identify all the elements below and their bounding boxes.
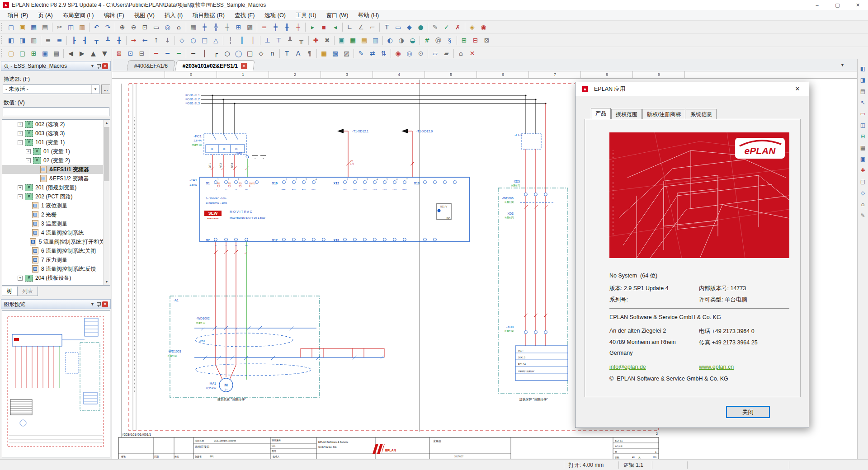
save-icon[interactable]: ▦: [28, 22, 39, 33]
panel-close-icon[interactable]: ✕: [102, 301, 108, 307]
terminal-pin[interactable]: [383, 181, 387, 184]
toolbar-icon[interactable]: ◉: [392, 48, 404, 59]
toolbar-icon[interactable]: ◨: [17, 35, 28, 46]
toolbar-icon[interactable]: ◇: [255, 48, 267, 59]
toolbar-icon[interactable]: ○: [188, 35, 199, 46]
toolbar-icon[interactable]: □: [199, 35, 210, 46]
menu-view[interactable]: 视图 (V): [129, 10, 160, 21]
scroll-up-icon[interactable]: ▲: [104, 120, 110, 126]
toolbar-icon[interactable]: ◨: [858, 74, 868, 85]
edit-icon[interactable]: ✎: [355, 48, 367, 59]
tree-item[interactable]: 2 光栅: [2, 210, 110, 219]
terminal-pin[interactable]: [453, 181, 457, 184]
tree-item[interactable]: -#101 (变量 1): [2, 138, 110, 147]
toolbar-icon[interactable]: ◧: [5, 35, 17, 46]
terminal-pin[interactable]: [292, 181, 296, 184]
menu-find[interactable]: 查找 (F): [230, 10, 259, 21]
toolbar-icon[interactable]: ✓: [441, 22, 452, 33]
toolbar-icon[interactable]: ▥: [370, 35, 381, 46]
terminal-pin[interactable]: [424, 181, 427, 184]
terminal-pin[interactable]: [443, 181, 447, 184]
tree-item[interactable]: -#02 (变量 2): [2, 156, 110, 165]
page-new-icon[interactable]: ▢: [5, 48, 17, 59]
toolbar-icon[interactable]: →: [128, 35, 139, 46]
pin-icon[interactable]: [96, 302, 100, 306]
toolbar-icon[interactable]: ⊟: [470, 35, 481, 46]
toolbar-icon[interactable]: ╫: [281, 22, 292, 33]
toolbar-icon[interactable]: ◧: [858, 63, 868, 74]
tree-item[interactable]: 4 流量阀控制系统: [2, 228, 110, 237]
menu-project[interactable]: 项目 (P): [3, 10, 33, 21]
terminal-pin[interactable]: [225, 238, 228, 241]
toolbar-icon[interactable]: ◐: [384, 35, 396, 46]
terminal-pin[interactable]: [403, 238, 406, 241]
next-page-icon[interactable]: ▶: [76, 48, 88, 59]
expand-icon[interactable]: +: [18, 122, 23, 127]
prev-page-icon[interactable]: ◀: [65, 48, 76, 59]
circle-tool-icon[interactable]: ○: [222, 48, 233, 59]
rect-tool-icon[interactable]: □: [244, 48, 255, 59]
expand-icon[interactable]: +: [18, 185, 23, 190]
menu-window[interactable]: 窗口 (W): [321, 10, 354, 21]
expand-icon[interactable]: +: [18, 131, 23, 136]
toolbar-icon[interactable]: ▢: [858, 176, 868, 187]
toolbar-icon[interactable]: ◆: [404, 22, 415, 33]
toolbar-icon[interactable]: ▱: [429, 48, 441, 59]
toolbar-icon[interactable]: ▩: [244, 22, 255, 33]
close-icon[interactable]: ✕: [848, 0, 868, 10]
toolbar-icon[interactable]: ▪: [318, 22, 330, 33]
close-button[interactable]: 关闭: [726, 406, 770, 418]
toolbar-icon[interactable]: ✎: [858, 210, 868, 221]
terminal-pin[interactable]: [403, 181, 406, 184]
terminal-pin[interactable]: [245, 181, 248, 184]
toolbar-icon[interactable]: ∩: [267, 48, 278, 59]
toolbar-icon[interactable]: ▤: [51, 48, 62, 59]
snap-icon[interactable]: ╬: [210, 22, 222, 33]
menu-project-data[interactable]: 项目数据 (R): [188, 10, 230, 21]
toolbar-icon[interactable]: ∠: [355, 22, 367, 33]
tab-list[interactable]: 列表: [17, 287, 38, 296]
redo-icon[interactable]: ↷: [102, 22, 113, 33]
menu-edit[interactable]: 编辑 (E): [99, 10, 129, 21]
toolbar-icon[interactable]: ⊞: [28, 48, 39, 59]
new-icon[interactable]: ▢: [5, 22, 17, 33]
toolbar-icon[interactable]: ▤: [359, 35, 370, 46]
tree-item[interactable]: +#201 (预规划变量): [2, 183, 110, 192]
expand-icon[interactable]: +: [18, 276, 23, 281]
terminal-pin[interactable]: [225, 181, 228, 184]
menu-insert[interactable]: 插入 (I): [160, 10, 188, 21]
toolbar-icon[interactable]: ⊙: [415, 48, 426, 59]
toolbar-icon[interactable]: @: [433, 35, 444, 46]
tree-item[interactable]: +#003 (选项 3): [2, 129, 110, 138]
website-link[interactable]: www.eplan.cn: [699, 364, 734, 370]
filter-dropdown[interactable]: - 未激活 - ▼: [3, 85, 99, 94]
toolbar-icon[interactable]: ◇: [858, 187, 868, 198]
toolbar-icon[interactable]: ═: [259, 22, 270, 33]
toolbar-icon[interactable]: ╪: [270, 22, 281, 33]
copy-icon[interactable]: ◫: [65, 22, 76, 33]
print-icon[interactable]: ▤: [39, 22, 51, 33]
toolbar-icon[interactable]: ━: [151, 48, 162, 59]
terminal-pin[interactable]: [255, 181, 259, 184]
toolbar-icon[interactable]: ⊥: [262, 35, 273, 46]
terminal-pin[interactable]: [363, 238, 367, 241]
terminal-pin[interactable]: [363, 181, 367, 184]
tree-item[interactable]: -#202 (PCT 回路): [2, 192, 110, 201]
toolbar-icon[interactable]: ▼: [99, 48, 110, 59]
terminal-pin[interactable]: [544, 331, 547, 334]
toolbar-icon[interactable]: ━: [173, 48, 184, 59]
scroll-down-icon[interactable]: ▼: [104, 279, 110, 285]
toolbar-icon[interactable]: ⊠: [113, 48, 125, 59]
toolbar-icon[interactable]: ¶: [304, 48, 315, 59]
expand-icon[interactable]: +: [26, 149, 31, 154]
menu-page[interactable]: 页 (A): [33, 10, 58, 21]
toolbar-icon[interactable]: ┫: [80, 35, 91, 46]
tree-item[interactable]: 7 压力测量: [2, 255, 110, 264]
terminal-pin[interactable]: [312, 238, 316, 241]
cut-icon[interactable]: ✂: [54, 22, 65, 33]
toolbar-icon[interactable]: ▭: [392, 22, 404, 33]
terminal-pin[interactable]: [344, 181, 347, 184]
terminal-pin[interactable]: [283, 181, 286, 184]
toolbar-icon[interactable]: ╋: [113, 35, 125, 46]
toolbar-icon[interactable]: ◫: [858, 119, 868, 131]
